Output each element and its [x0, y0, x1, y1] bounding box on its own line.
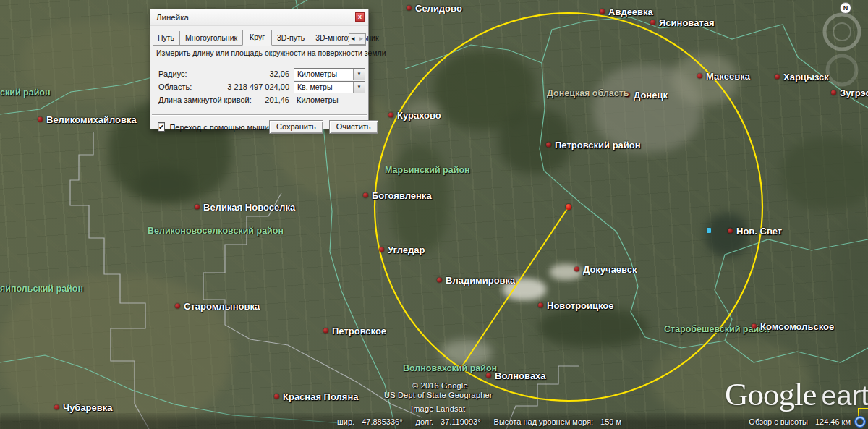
attribution-imagery: Image Landsat	[411, 404, 465, 413]
city-dot-icon	[600, 9, 605, 14]
city-dot-icon	[650, 20, 655, 25]
city-dot-icon	[752, 324, 757, 329]
city-label-text: Комсомольское	[760, 321, 834, 332]
map-label-district: яйпольский район	[0, 284, 83, 294]
city-label-text: Угледар	[388, 245, 425, 255]
map-label-city[interactable]: Новотроицкое	[538, 300, 614, 311]
map-label-city[interactable]: Петровское	[323, 326, 386, 336]
status-bar: шир. 47.885336° долг. 37.119093° Высота …	[0, 413, 868, 429]
city-dot-icon	[831, 90, 836, 95]
city-label-text: Ясиноватая	[659, 17, 715, 28]
city-label-text: Макеевка	[706, 71, 750, 82]
city-label-text: Селидово	[415, 3, 462, 14]
map-label-city[interactable]: Авдеевка	[600, 7, 653, 17]
area-unit-dropdown[interactable]: Кв. метры ▼	[294, 81, 365, 93]
city-label-text: Харцызск	[783, 72, 829, 82]
city-dot-icon	[407, 6, 412, 11]
chevron-down-icon[interactable]: ▼	[353, 82, 365, 93]
radius-unit-dropdown[interactable]: Километры ▼	[294, 68, 365, 80]
map-label-city[interactable]: Комсомольское	[752, 321, 834, 332]
lon-value: 37.119093°	[441, 417, 481, 426]
city-label-text: Новотроицкое	[547, 300, 614, 311]
map-label-city[interactable]: Нов. Свет	[728, 226, 782, 237]
city-dot-icon	[546, 143, 551, 148]
tab-3d-polygon[interactable]: 3D-многоугольник	[310, 31, 383, 45]
radius-row: Радиус: 32,06 Километры ▼	[150, 67, 368, 80]
perimeter-value: 201,46	[265, 95, 294, 104]
tab-circle[interactable]: Круг	[242, 30, 272, 46]
map-label-city[interactable]: Великая Новоселка	[195, 202, 295, 213]
area-row: Область: 3 218 497 024,00 Кв. метры ▼	[150, 80, 368, 93]
perimeter-unit: Километры	[294, 95, 365, 104]
map-label-district: Марьинский район	[385, 165, 470, 175]
map-label-city[interactable]: Курахово	[388, 110, 441, 121]
map-label-city[interactable]: Богоявленка	[363, 190, 432, 201]
mouse-nav-checkbox[interactable]: ✔	[158, 122, 165, 132]
map-label-city[interactable]: Волноваха	[486, 370, 546, 381]
city-label-text: Петровский район	[555, 140, 641, 150]
tab-3d-path[interactable]: 3D-путь	[272, 31, 310, 45]
map-label-city[interactable]: Чубаревка	[54, 402, 113, 413]
overview-frame-corner	[858, 408, 868, 409]
city-label-text: Чубаревка	[63, 402, 113, 413]
city-label-text: Нов. Свет	[736, 226, 782, 237]
compass-north-button[interactable]: N	[840, 2, 851, 14]
city-label-text: Донецк	[634, 90, 668, 101]
map-label-city[interactable]: Угледар	[379, 245, 425, 255]
map-label-city[interactable]: Великомихайловка	[38, 114, 137, 125]
terrain-patch	[441, 340, 492, 365]
lat-label: шир.	[337, 417, 354, 426]
city-dot-icon	[775, 75, 780, 80]
tab-path[interactable]: Путь	[153, 31, 179, 45]
city-dot-icon	[195, 205, 200, 210]
dialog-description: Измерить длину или площадь окружности на…	[150, 48, 368, 59]
status-coordinates: шир. 47.885336° долг. 37.119093° Высота …	[337, 417, 634, 426]
map-label-city[interactable]: Макеевка	[697, 71, 750, 82]
streaming-indicator-icon	[855, 417, 865, 427]
map-label-city[interactable]: Петровский район	[546, 140, 641, 150]
city-dot-icon	[437, 278, 442, 283]
city-label-text: Владимировка	[446, 275, 515, 286]
map-label-district: Великоновоселковский район	[148, 226, 284, 236]
city-dot-icon	[388, 113, 393, 118]
map-label-district: ский район	[0, 88, 51, 98]
status-eye-altitude: Обзор с высоты 124.46 км	[749, 417, 851, 426]
map-label-city[interactable]: Харцызск	[775, 72, 829, 82]
save-button[interactable]: Сохранить	[269, 120, 323, 134]
measure-center-point[interactable]	[566, 204, 571, 210]
city-label-text: Докучаевск	[583, 264, 637, 275]
map-label-city[interactable]: Селидово	[407, 3, 462, 14]
terrain-patch	[136, 168, 194, 200]
lat-value: 47.885336°	[362, 417, 402, 426]
lon-label: долг.	[416, 417, 433, 426]
city-label-text: Волноваха	[495, 370, 546, 381]
map-label-city[interactable]: Зугрэс	[831, 88, 868, 98]
tab-scroll-left-icon[interactable]: ◄	[349, 33, 357, 45]
logo-earth-text: earth	[821, 381, 868, 412]
map-label-city[interactable]: Красная Поляна	[274, 391, 359, 402]
logo-google-text: Google	[725, 375, 816, 413]
map-label-city[interactable]: Донецк	[625, 90, 668, 101]
compass-north-label: N	[843, 4, 848, 12]
city-label-text: Богоявленка	[372, 190, 432, 201]
radius-value: 32,06	[269, 69, 294, 78]
tab-polygon[interactable]: Многоугольник	[179, 31, 242, 45]
tab-scroll-right-icon[interactable]: ►	[357, 33, 366, 45]
map-label-city[interactable]: Старомлыновка	[175, 301, 260, 312]
radius-unit-value: Километры	[294, 69, 353, 78]
area-unit-value: Кв. метры	[294, 82, 353, 91]
map-label-city[interactable]: Докучаевск	[574, 264, 637, 275]
terrain-patch	[832, 217, 868, 376]
city-label-text: Великомихайловка	[46, 114, 137, 125]
chevron-down-icon[interactable]: ▼	[353, 69, 365, 80]
clear-button[interactable]: Очистить	[329, 120, 378, 134]
city-dot-icon	[486, 373, 491, 378]
city-label-text: Великая Новоселка	[203, 202, 295, 213]
map-label-city[interactable]: Ясиноватая	[650, 17, 715, 28]
close-icon[interactable]: x	[355, 12, 365, 22]
map-label-city[interactable]: Владимировка	[437, 275, 515, 286]
city-label-text: Красная Поляна	[283, 391, 359, 402]
photo-marker-icon[interactable]	[707, 228, 711, 233]
city-label-text: Авдеевка	[608, 7, 653, 17]
city-label-text: Зугрэс	[840, 88, 868, 98]
